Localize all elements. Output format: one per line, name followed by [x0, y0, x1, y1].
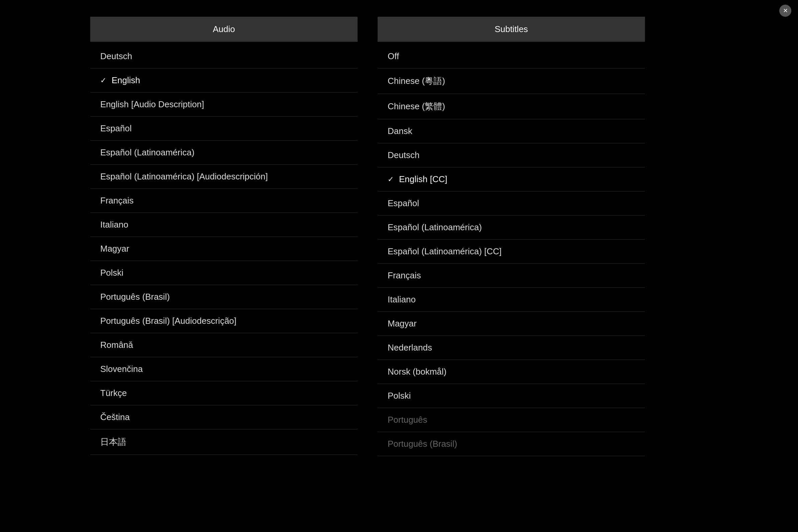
subtitles-list-item[interactable]: ✓Português — [378, 408, 645, 432]
audio-list-item[interactable]: ✓Türkçe — [90, 381, 358, 405]
audio-item-label: Español — [100, 123, 132, 134]
subtitles-panel: Subtitles ✓Off✓Chinese (粵語)✓Chinese (繁體)… — [378, 17, 645, 515]
audio-list-item[interactable]: ✓日本語 — [90, 430, 358, 455]
subtitles-item-label: Português (Brasil) — [388, 439, 457, 449]
subtitles-list-item[interactable]: ✓Off — [378, 44, 645, 69]
audio-item-label: Polski — [100, 268, 123, 278]
audio-list-item[interactable]: ✓Română — [90, 333, 358, 357]
audio-item-label: Português (Brasil) — [100, 292, 170, 302]
audio-item-label: Română — [100, 340, 133, 350]
close-icon: ✕ — [783, 7, 788, 14]
subtitles-list-item[interactable]: ✓English [CC] — [378, 167, 645, 191]
audio-list-item[interactable]: ✓Polski — [90, 261, 358, 285]
audio-item-label: Deutsch — [100, 51, 132, 61]
subtitles-list-item[interactable]: ✓Magyar — [378, 312, 645, 336]
audio-item-label: English [Audio Description] — [100, 99, 204, 110]
subtitles-list-item[interactable]: ✓Polski — [378, 384, 645, 408]
subtitles-item-label: Español (Latinoamérica) — [388, 222, 482, 233]
subtitles-item-label: Deutsch — [388, 150, 419, 160]
subtitles-list-item[interactable]: ✓Español — [378, 191, 645, 215]
subtitles-list-item[interactable]: ✓Español (Latinoamérica) [CC] — [378, 240, 645, 264]
subtitles-list-item[interactable]: ✓Deutsch — [378, 144, 645, 167]
audio-list-item[interactable]: ✓Português (Brasil) [Audiodescrição] — [90, 309, 358, 333]
subtitles-list: ✓Off✓Chinese (粵語)✓Chinese (繁體)✓Dansk✓Deu… — [378, 44, 645, 456]
audio-list-item[interactable]: ✓Español (Latinoamérica) — [90, 141, 358, 165]
audio-panel-header: Audio — [90, 17, 358, 42]
subtitles-item-label: Português — [388, 415, 428, 425]
check-icon: ✓ — [100, 76, 106, 85]
audio-list-item[interactable]: ✓English [Audio Description] — [90, 93, 358, 117]
audio-item-label: English — [112, 75, 140, 86]
subtitles-item-label: Español (Latinoamérica) [CC] — [388, 246, 501, 256]
audio-list-item[interactable]: ✓Slovenčina — [90, 357, 358, 381]
subtitles-item-label: Magyar — [388, 319, 417, 329]
audio-panel: Audio ✓Deutsch✓English✓English [Audio De… — [90, 17, 358, 515]
subtitles-list-item[interactable]: ✓Norsk (bokmål) — [378, 360, 645, 384]
audio-list: ✓Deutsch✓English✓English [Audio Descript… — [90, 44, 358, 455]
subtitles-list-item[interactable]: ✓Français — [378, 264, 645, 288]
subtitles-item-label: Dansk — [388, 126, 412, 136]
audio-item-label: Italiano — [100, 220, 128, 230]
audio-list-item[interactable]: ✓Português (Brasil) — [90, 285, 358, 309]
subtitles-item-label: Español — [388, 198, 419, 209]
audio-list-item[interactable]: ✓English — [90, 69, 358, 93]
audio-list-item[interactable]: ✓Français — [90, 189, 358, 213]
subtitles-item-label: Norsk (bokmål) — [388, 366, 446, 377]
audio-list-item[interactable]: ✓Čeština — [90, 405, 358, 430]
subtitles-item-label: Chinese (粵語) — [388, 75, 445, 87]
subtitles-list-item[interactable]: ✓Chinese (粵語) — [378, 69, 645, 94]
subtitles-list-item[interactable]: ✓Español (Latinoamérica) — [378, 215, 645, 240]
audio-list-item[interactable]: ✓Español (Latinoamérica) [Audiodescripci… — [90, 165, 358, 189]
subtitles-list-item[interactable]: ✓Italiano — [378, 288, 645, 312]
audio-item-label: Türkçe — [100, 388, 127, 398]
audio-item-label: Español (Latinoamérica) [Audiodescripció… — [100, 171, 268, 182]
subtitles-list-item[interactable]: ✓Dansk — [378, 119, 645, 144]
audio-item-label: Magyar — [100, 244, 129, 254]
panel-separator — [358, 17, 378, 515]
audio-list-item[interactable]: ✓Deutsch — [90, 44, 358, 69]
subtitles-list-item[interactable]: ✓Português (Brasil) — [378, 432, 645, 456]
audio-item-label: Português (Brasil) [Audiodescrição] — [100, 316, 236, 326]
subtitles-list-item[interactable]: ✓Nederlands — [378, 336, 645, 360]
subtitles-item-label: Off — [388, 51, 399, 61]
subtitles-item-label: English [CC] — [399, 174, 448, 185]
audio-item-label: Français — [100, 195, 134, 206]
check-icon: ✓ — [388, 175, 394, 184]
subtitles-item-label: Nederlands — [388, 343, 432, 353]
audio-item-label: Español (Latinoamérica) — [100, 147, 194, 158]
audio-item-label: Čeština — [100, 412, 130, 422]
subtitles-item-label: Polski — [388, 391, 411, 401]
audio-item-label: 日本語 — [100, 436, 126, 448]
subtitles-item-label: Italiano — [388, 294, 416, 305]
audio-list-item[interactable]: ✓Magyar — [90, 237, 358, 261]
audio-list-item[interactable]: ✓Español — [90, 117, 358, 141]
subtitles-panel-header: Subtitles — [378, 17, 645, 42]
main-container: Audio ✓Deutsch✓English✓English [Audio De… — [0, 0, 798, 532]
subtitles-item-label: Français — [388, 270, 421, 281]
close-button[interactable]: ✕ — [779, 5, 791, 17]
audio-list-item[interactable]: ✓Italiano — [90, 213, 358, 237]
subtitles-list-item[interactable]: ✓Chinese (繁體) — [378, 94, 645, 119]
audio-item-label: Slovenčina — [100, 364, 143, 374]
subtitles-item-label: Chinese (繁體) — [388, 100, 445, 112]
